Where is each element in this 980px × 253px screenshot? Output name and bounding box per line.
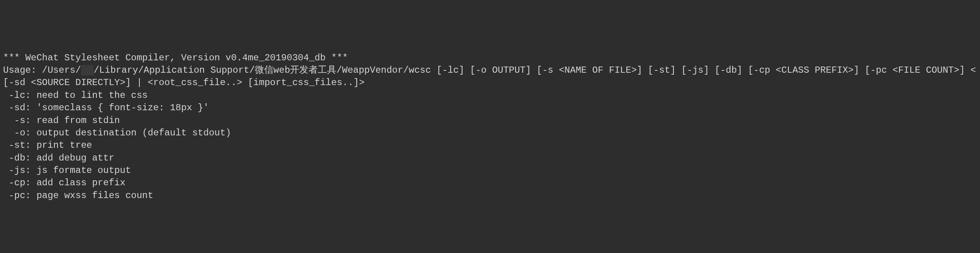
- option-line: -lc: need to lint the css: [3, 89, 977, 102]
- option-flag: -st:: [3, 140, 31, 150]
- usage-prefix: Usage: /Users/: [3, 65, 81, 75]
- option-flag: -cp:: [3, 178, 31, 188]
- option-desc: js formate output: [31, 165, 131, 176]
- option-line: -js: js formate output: [3, 164, 977, 177]
- option-desc: page wxss files count: [31, 190, 153, 201]
- option-desc: print tree: [31, 140, 92, 150]
- option-flag: -sd:: [3, 103, 31, 113]
- option-flag: -pc:: [3, 190, 31, 201]
- option-desc: add debug attr: [31, 153, 114, 163]
- option-line: -cp: add class prefix: [3, 177, 977, 189]
- option-desc: read from stdin: [31, 115, 120, 126]
- options-list: -lc: need to lint the css -sd: 'someclas…: [3, 89, 977, 202]
- option-line: -db: add debug attr: [3, 152, 977, 164]
- option-desc: add class prefix: [31, 178, 125, 188]
- option-desc: output destination (default stdout): [31, 128, 231, 138]
- option-line: -st: print tree: [3, 139, 977, 152]
- option-flag: -js:: [3, 165, 31, 176]
- option-desc: 'someclass { font-size: 18px }': [31, 103, 209, 113]
- redacted-username: ██: [81, 65, 94, 75]
- usage-suffix: /Library/Application Support/微信web开发者工具/…: [3, 65, 976, 88]
- option-line: -sd: 'someclass { font-size: 18px }': [3, 102, 977, 114]
- option-line: -o: output destination (default stdout): [3, 127, 977, 139]
- header-line: *** WeChat Stylesheet Compiler, Version …: [3, 52, 977, 64]
- option-line: -s: read from stdin: [3, 115, 977, 127]
- option-flag: -o:: [3, 128, 31, 138]
- option-flag: -s:: [3, 115, 31, 126]
- usage-line: Usage: /Users/██/Library/Application Sup…: [3, 64, 977, 89]
- option-line: -pc: page wxss files count: [3, 190, 977, 202]
- option-flag: -lc:: [3, 90, 31, 101]
- option-desc: need to lint the css: [31, 90, 148, 101]
- option-flag: -db:: [3, 153, 31, 163]
- terminal-output: *** WeChat Stylesheet Compiler, Version …: [3, 52, 977, 202]
